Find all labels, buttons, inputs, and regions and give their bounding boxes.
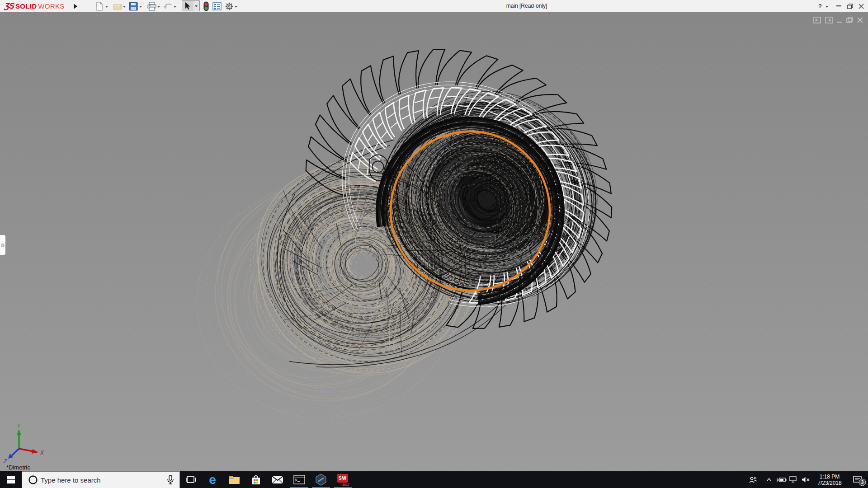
orientation-triad: Y X Z (3, 422, 48, 464)
system-tray: 1:18 PM 7/23/2018 3 (744, 471, 868, 488)
store-button[interactable] (245, 471, 267, 488)
triad-x-label: X (40, 450, 44, 456)
gear-icon (224, 1, 234, 12)
file-explorer-icon (228, 475, 240, 484)
options-button[interactable] (224, 1, 234, 11)
restore-button[interactable] (844, 0, 855, 12)
action-center-button[interactable]: 3 (847, 471, 868, 488)
show-hidden-icons-button[interactable] (762, 471, 776, 488)
interference-check-button[interactable] (201, 1, 211, 11)
options-dropdown[interactable] (234, 5, 238, 8)
solidworks-2017-button[interactable]: SW 2017 (332, 471, 354, 488)
start-button[interactable] (0, 471, 22, 488)
task-view-icon (186, 476, 196, 484)
edge-button[interactable]: e (202, 471, 223, 488)
minimize-icon (836, 5, 841, 7)
windows-taskbar: e SW 2017 (0, 471, 868, 488)
print-icon (147, 2, 157, 11)
title-bar: ƷS SOLIDWORKS main [Read-only] ? (0, 0, 868, 12)
cursor-arrow-icon (185, 2, 191, 10)
solidworks-logo-mark: ƷS (4, 1, 15, 11)
battery-charging-icon (777, 477, 787, 483)
mail-button[interactable] (267, 471, 288, 488)
window-title: main [Read-only] (479, 0, 574, 12)
solidworks-logo: ƷS SOLIDWORKS (5, 0, 65, 12)
traffic-light-icon (203, 1, 209, 11)
undo-button[interactable] (163, 1, 173, 11)
select-tool-button[interactable] (182, 0, 194, 11)
help-button[interactable]: ? (815, 0, 826, 12)
command-prompt-icon (293, 475, 305, 484)
solidworks-2017-icon: SW 2017 (337, 474, 349, 486)
cortana-icon (28, 475, 38, 485)
document-window-controls (813, 17, 863, 23)
edge-icon: e (209, 474, 216, 486)
engine-wireframe-model (0, 12, 868, 471)
new-document-button[interactable] (94, 1, 104, 11)
microphone-icon[interactable] (167, 475, 174, 485)
task-view-button[interactable] (180, 471, 202, 488)
featuremanager-collapsed-tab[interactable] (0, 235, 6, 255)
windows-logo-icon (7, 476, 15, 483)
undo-arrow-icon (163, 2, 173, 11)
print-button[interactable] (147, 1, 157, 11)
help-dropdown[interactable] (825, 5, 829, 8)
clock-date: 7/23/2018 (812, 480, 847, 486)
select-tool-dropdown[interactable] (193, 0, 200, 11)
command-prompt-button[interactable] (288, 471, 310, 488)
battery-button[interactable] (776, 471, 788, 488)
restore-document-icon[interactable] (846, 17, 853, 23)
pane-right-icon[interactable] (825, 17, 833, 23)
triad-z-label: Z (3, 458, 7, 464)
svg-text:3: 3 (861, 480, 864, 485)
open-button[interactable] (113, 1, 123, 11)
minimize-button[interactable] (833, 0, 844, 12)
graphics-viewport[interactable]: Y X Z *Dimetric (0, 12, 868, 471)
minimize-document-icon[interactable] (837, 17, 842, 23)
app-window: { "titlebar": { "brand": {"mark": "ƷS", … (0, 0, 868, 488)
triad-y-label: Y (17, 423, 21, 429)
save-floppy-icon (129, 2, 138, 11)
display-pane-icon (212, 2, 222, 10)
edrawings-button[interactable] (310, 471, 332, 488)
close-document-icon[interactable] (857, 17, 863, 23)
open-dropdown[interactable] (122, 5, 127, 8)
restore-icon (847, 4, 853, 9)
print-dropdown[interactable] (156, 5, 161, 8)
chevron-up-icon (766, 478, 772, 482)
store-icon (250, 474, 261, 485)
file-explorer-button[interactable] (223, 471, 245, 488)
network-button[interactable] (788, 471, 799, 488)
mail-icon (272, 476, 283, 484)
volume-button[interactable] (799, 471, 812, 488)
pane-left-icon[interactable] (813, 17, 821, 23)
save-button[interactable] (128, 1, 138, 11)
view-orientation-label: *Dimetric (6, 464, 30, 471)
close-button[interactable] (856, 0, 867, 12)
people-icon (749, 476, 757, 483)
search-input[interactable] (38, 476, 167, 484)
taskbar-app-icons: e SW 2017 (180, 471, 354, 488)
network-icon (789, 476, 797, 483)
open-folder-icon (113, 2, 122, 10)
volume-muted-icon (802, 477, 810, 483)
notification-badge: 3 (859, 479, 866, 486)
undo-dropdown[interactable] (173, 5, 177, 8)
featuremanager-tab-dot-icon (1, 244, 5, 247)
menu-flyout-arrow-icon[interactable] (72, 3, 79, 10)
new-document-icon (95, 2, 104, 11)
taskbar-search[interactable] (22, 471, 180, 488)
clock[interactable]: 1:18 PM 7/23/2018 (812, 474, 847, 486)
display-settings-button[interactable] (212, 1, 222, 11)
hexagon-app-icon (315, 474, 327, 486)
new-document-dropdown[interactable] (104, 5, 109, 8)
close-icon (859, 4, 864, 9)
people-button[interactable] (744, 471, 762, 488)
clock-time: 1:18 PM (812, 474, 847, 480)
save-dropdown[interactable] (138, 5, 143, 8)
